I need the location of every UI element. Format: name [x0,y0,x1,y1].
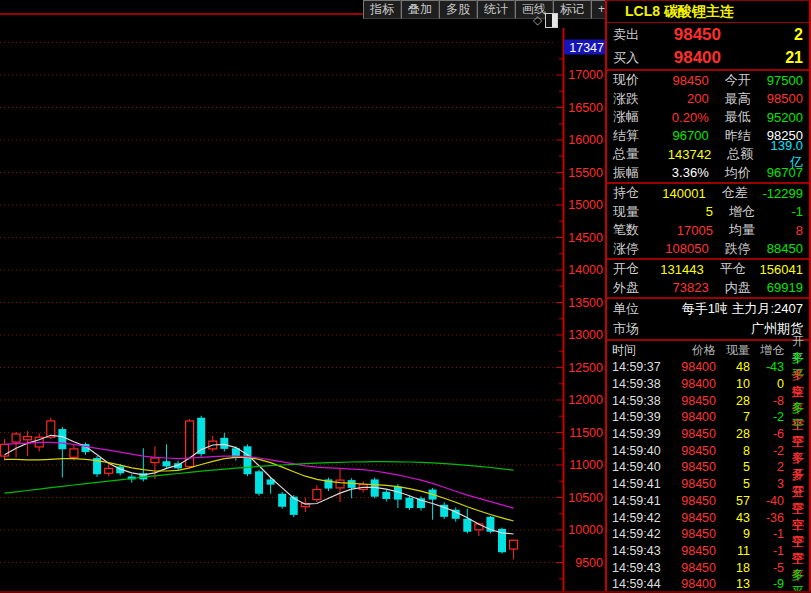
tape-row: 14:59:419845057-40空平 [607,493,809,510]
trade-time: 14:59:38 [607,394,670,408]
y-axis-label: 10000 [568,523,603,537]
quote-field-row: 涨跌200最高98500 [607,90,809,109]
field-label: 今开 [709,71,767,89]
quote-field-row: 现价98450今开97500 [607,71,809,90]
trade-time: 14:59:40 [607,444,670,458]
candle-up [151,458,159,463]
trade-time: 14:59:44 [607,577,670,591]
y-axis-label: 12000 [568,393,603,407]
chart-region[interactable]: 指标叠加多股统计画线标记+自选返回 ◇ 17000165001600015500… [0,0,606,593]
candle-down [220,438,228,449]
ask-qty: 2 [721,26,809,44]
tape-row: 14:59:39984007-2多平 [607,409,809,426]
trading-terminal: { "toolbar": { "buttons": [ {"name":"ind… [0,0,811,593]
field-value: 108050 [653,241,709,256]
field-label: 总量 [607,145,654,163]
field-value: -12299 [763,186,809,201]
trade-oi-delta: 3 [750,477,784,491]
field-value: 17005 [655,223,713,238]
trade-volume: 5 [716,460,750,474]
field-value: 0.20% [653,110,709,125]
field-value: 98450 [653,73,709,88]
trade-volume: 5 [716,477,750,491]
trade-price: 98450 [670,427,716,441]
trade-oi-delta: -9 [750,577,784,591]
trade-price: 98450 [670,511,716,525]
trade-time: 14:59:42 [607,511,670,525]
y-axis-label: 12500 [568,361,603,375]
field-value: 143742 [654,147,711,162]
trade-time: 14:59:37 [607,360,670,374]
trade-time: 14:59:43 [607,544,670,558]
field-label: 昨结 [709,127,767,145]
ask-label: 卖出 [607,26,655,44]
trade-time: 14:59:41 [607,494,670,508]
trade-oi-delta: -2 [750,444,784,458]
tape-col-header: 现量 [716,342,750,359]
trade-price: 98400 [670,577,716,591]
bid-label: 买入 [607,49,655,67]
axis-max-value: 17347 [569,41,604,55]
trade-volume: 28 [716,394,750,408]
field-label: 仓差 [706,184,763,202]
field-label: 涨幅 [607,108,653,126]
trade-price: 98450 [670,394,716,408]
tape-list[interactable]: 14:59:379840048-43多平14:59:3898400100多换14… [607,359,809,593]
trade-price: 98450 [670,460,716,474]
candle-up [24,437,32,440]
candle-up [70,449,78,457]
trade-price: 98400 [670,360,716,374]
field-value: 156041 [760,262,809,277]
trade-oi-delta: -2 [750,410,784,424]
candle-up [313,490,321,500]
unit-value: 每手1吨 主力月:2407 [663,300,809,318]
field-label: 均量 [713,221,773,239]
candlestick-chart[interactable]: 1700016500160001550015000145001400013500… [0,0,606,593]
field-label: 振幅 [607,164,653,182]
trade-oi-delta: 2 [750,460,784,474]
trade-oi-delta: -43 [750,360,784,374]
trade-price: 98450 [670,477,716,491]
trade-time: 14:59:38 [607,377,670,391]
tape-header: 时间价格现量增仓开平 [607,341,809,359]
field-label: 结算 [607,127,653,145]
candle-down [58,429,66,449]
bid-qty: 21 [721,49,809,67]
y-axis-label: 16500 [568,101,603,115]
y-axis-label: 14500 [568,231,603,245]
candle-down [243,446,251,474]
y-axis-label: 16000 [568,133,603,147]
field-label: 笔数 [607,221,655,239]
trade-oi-delta: 0 [750,377,784,391]
field-value: 69919 [767,280,809,295]
market-label: 市场 [607,320,663,338]
trade-price: 98400 [670,410,716,424]
quote-field-row: 总量143742总额139.0亿 [607,145,809,164]
y-axis-label: 11000 [569,458,603,472]
candle-up [336,480,344,488]
trade-time: 14:59:40 [607,460,670,474]
trade-oi-delta: -36 [750,511,784,525]
candles-group [1,416,518,560]
trade-open-close: 多平 [784,567,809,593]
tape-row: 14:59:439845011-1空平 [607,543,809,560]
quote-field-row: 涨停108050跌停88450 [607,240,809,259]
field-value: 97500 [767,73,809,88]
tape-row: 14:59:389845028-8空平 [607,392,809,409]
candle-down [405,498,413,508]
trade-price: 98450 [670,561,716,575]
trade-oi-delta: -8 [750,394,784,408]
trade-price: 98450 [670,544,716,558]
tape-col-header: 价格 [670,342,716,359]
trade-volume: 57 [716,494,750,508]
unit-row: 单位 每手1吨 主力月:2407 [607,299,809,319]
field-value: 8 [773,223,809,238]
ask-row[interactable]: 卖出 98450 2 [607,23,809,46]
field-label: 现量 [607,203,655,221]
bid-row[interactable]: 买入 98400 21 [607,46,809,69]
field-value: 3.36% [653,165,709,180]
field-label: 涨停 [607,240,653,258]
field-label: 总额 [711,145,770,163]
trade-volume: 48 [716,360,750,374]
field-label: 均价 [709,164,767,182]
